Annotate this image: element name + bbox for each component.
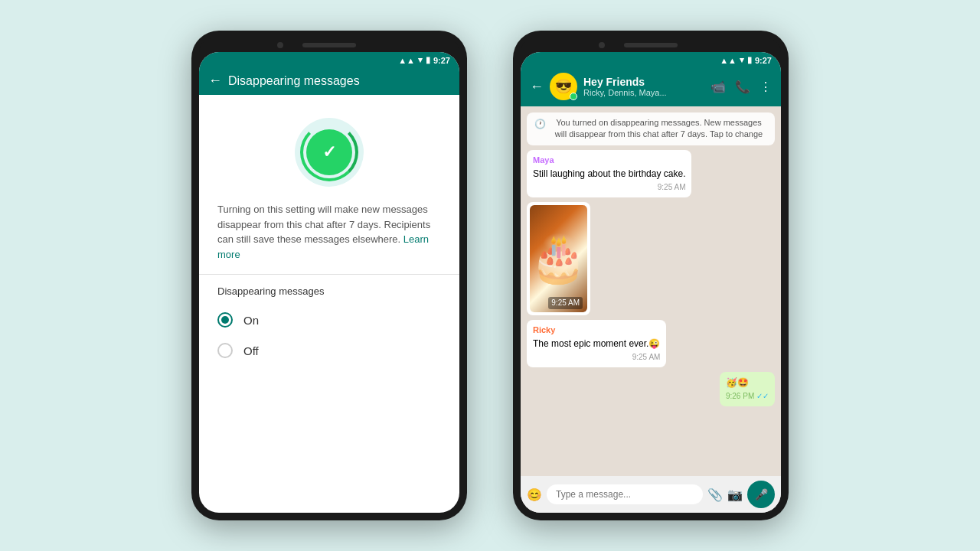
front-camera-left [277, 42, 283, 48]
speaker-left [302, 43, 356, 47]
chat-header-icons: 📹 📞 ⋮ [710, 80, 772, 94]
radio-on-indicator [221, 316, 229, 324]
back-button-left[interactable]: ← [208, 73, 222, 89]
camera-icon[interactable]: 📷 [727, 487, 743, 502]
back-button-right[interactable]: ← [530, 79, 544, 95]
settings-description: Turning on this setting will make new me… [199, 202, 459, 274]
radio-off-label: Off [243, 344, 259, 357]
chat-info: Hey Friends Ricky, Dennis, Maya... [583, 76, 667, 97]
message-time-ricky: 9:25 AM [533, 352, 660, 363]
time-right: 9:27 [755, 56, 772, 65]
mic-button[interactable]: 🎤 [747, 481, 775, 508]
phone-notch-right [521, 38, 781, 52]
speaker-right [624, 43, 678, 47]
front-camera-right [599, 42, 605, 48]
group-name: Hey Friends [583, 76, 667, 88]
sender-ricky: Ricky [533, 324, 660, 336]
radio-on-button[interactable] [217, 312, 233, 328]
message-cake-image: 9:25 AM [527, 202, 590, 315]
double-tick-icon: ✓✓ [756, 392, 769, 400]
left-phone: ▲▲ ▾ ▮ 9:27 ← Disappearing messages ✓ Tu… [191, 31, 467, 520]
timer-circle-inner: ✓ [306, 129, 352, 175]
chat-area: 🕐 You turned on disappearing messages. N… [521, 106, 781, 476]
message-text-outgoing: 🥳🤩 [726, 377, 769, 390]
image-time: 9:25 AM [548, 297, 583, 309]
section-title: Disappearing messages [199, 275, 459, 305]
chat-header-group: 😎 Hey Friends Ricky, Dennis, Maya... [550, 73, 704, 100]
attach-icon[interactable]: 📎 [707, 487, 723, 502]
check-icon: ✓ [322, 142, 336, 162]
settings-header: ← Disappearing messages [199, 67, 459, 95]
radio-option-on[interactable]: On [199, 305, 459, 335]
status-bar-right: ▲▲ ▾ ▮ 9:27 [521, 52, 781, 67]
wifi-icon-left: ▾ [418, 55, 423, 65]
timer-circle-outer: ✓ [295, 118, 364, 187]
wifi-icon-right: ▾ [740, 55, 744, 65]
emoji-picker-icon[interactable]: 😊 [527, 487, 542, 502]
voice-call-icon[interactable]: 📞 [735, 80, 750, 94]
sender-maya: Maya [533, 155, 685, 166]
system-message[interactable]: 🕐 You turned on disappearing messages. N… [527, 112, 775, 145]
group-avatar: 😎 [550, 73, 577, 100]
right-phone: ▲▲ ▾ ▮ 9:27 ← 😎 Hey Friends Ricky, Denni… [513, 31, 789, 520]
message-text-ricky: The most epic moment ever.😜 [533, 337, 660, 350]
message-time-maya: 9:25 AM [533, 182, 685, 193]
disappearing-icon: 🕐 [534, 118, 546, 131]
battery-icon-left: ▮ [426, 55, 430, 65]
settings-content: ✓ Turning on this setting will make new … [199, 95, 459, 513]
message-text-maya: Still laughing about the birthday cake. [533, 168, 685, 181]
timer-icon-area: ✓ [199, 95, 459, 202]
message-input[interactable] [547, 484, 703, 504]
phone-notch-left [199, 38, 459, 52]
description-text: Turning on this setting will make new me… [217, 204, 430, 245]
avatar-emoji-icon: 😎 [555, 78, 572, 95]
chat-header: ← 😎 Hey Friends Ricky, Dennis, Maya... 📹… [521, 67, 781, 106]
video-call-icon[interactable]: 📹 [710, 80, 726, 94]
message-ricky: Ricky The most epic moment ever.😜 9:25 A… [527, 320, 666, 367]
status-bar-left: ▲▲ ▾ ▮ 9:27 [199, 52, 459, 67]
radio-on-label: On [243, 314, 259, 327]
left-screen: ▲▲ ▾ ▮ 9:27 ← Disappearing messages ✓ Tu… [199, 52, 459, 513]
message-time-outgoing: 9:26 PM ✓✓ [726, 391, 769, 402]
time-left: 9:27 [433, 56, 450, 65]
outgoing-time: 9:26 PM [726, 392, 754, 400]
radio-option-off[interactable]: Off [199, 335, 459, 366]
cake-image: 9:25 AM [530, 205, 587, 312]
signal-icon-right: ▲▲ [720, 56, 737, 65]
signal-icon-left: ▲▲ [398, 56, 415, 65]
message-outgoing: 🥳🤩 9:26 PM ✓✓ [720, 372, 775, 406]
group-members: Ricky, Dennis, Maya... [583, 88, 667, 97]
online-indicator [570, 93, 577, 100]
more-options-icon[interactable]: ⋮ [760, 80, 772, 94]
chat-input-bar: 😊 📎 📷 🎤 [521, 476, 781, 513]
radio-off-button[interactable] [217, 343, 233, 358]
settings-title: Disappearing messages [228, 74, 450, 88]
battery-icon-right: ▮ [747, 55, 752, 65]
system-message-text: You turned on disappearing messages. New… [550, 117, 767, 141]
message-maya: Maya Still laughing about the birthday c… [527, 150, 691, 197]
right-screen: ▲▲ ▾ ▮ 9:27 ← 😎 Hey Friends Ricky, Denni… [521, 52, 781, 513]
